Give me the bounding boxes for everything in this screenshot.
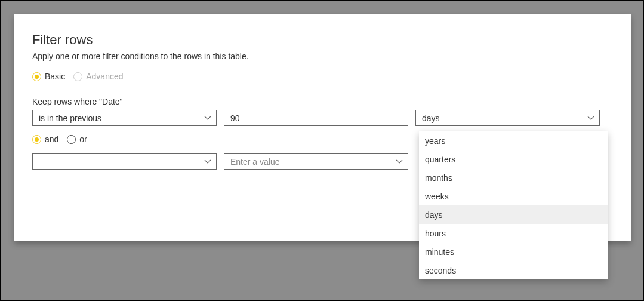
chevron-down-icon (587, 116, 594, 121)
operator-value: is in the previous (39, 113, 101, 123)
dropdown-item-days[interactable]: days (419, 205, 608, 224)
value-input-1[interactable]: 90 (224, 110, 408, 126)
radio-or[interactable]: or (67, 134, 87, 144)
dialog-subtitle: Apply one or more filter conditions to t… (32, 51, 613, 61)
radio-basic-label: Basic (45, 72, 65, 81)
value-input-2[interactable]: Enter a value (224, 153, 408, 170)
radio-and[interactable]: and (32, 134, 58, 144)
dropdown-item-weeks[interactable]: weeks (419, 187, 608, 205)
dialog-title: Filter rows (32, 32, 613, 48)
dropdown-item-months[interactable]: months (419, 168, 608, 187)
radio-basic[interactable]: Basic (32, 72, 65, 81)
mode-radio-group: Basic Advanced (32, 72, 613, 81)
chevron-down-icon (204, 159, 211, 164)
radio-advanced[interactable]: Advanced (73, 72, 123, 81)
filter-row-1: is in the previous 90 days (32, 110, 613, 126)
operator-select-1[interactable]: is in the previous (32, 110, 217, 126)
radio-advanced-label: Advanced (86, 72, 123, 81)
dropdown-item-years[interactable]: years (419, 131, 608, 150)
unit-dropdown: years quarters months weeks days hours m… (419, 131, 608, 280)
chevron-down-icon (204, 116, 211, 121)
radio-circle-icon (32, 135, 41, 144)
operator-select-2[interactable] (32, 153, 217, 170)
value-text: 90 (230, 113, 240, 123)
radio-circle-icon (32, 72, 41, 81)
unit-select-1[interactable]: days (415, 110, 600, 126)
dropdown-item-quarters[interactable]: quarters (419, 150, 608, 168)
value-placeholder: Enter a value (230, 157, 280, 167)
dropdown-item-minutes[interactable]: minutes (419, 242, 608, 261)
chevron-down-icon (396, 159, 403, 164)
filter-hint: Keep rows where "Date" (32, 97, 613, 106)
unit-value: days (422, 113, 440, 123)
dropdown-item-seconds[interactable]: seconds (419, 261, 608, 280)
radio-circle-icon (73, 72, 82, 81)
dropdown-item-hours[interactable]: hours (419, 224, 608, 242)
radio-or-label: or (79, 134, 87, 144)
radio-circle-icon (67, 135, 76, 144)
radio-and-label: and (45, 134, 58, 144)
